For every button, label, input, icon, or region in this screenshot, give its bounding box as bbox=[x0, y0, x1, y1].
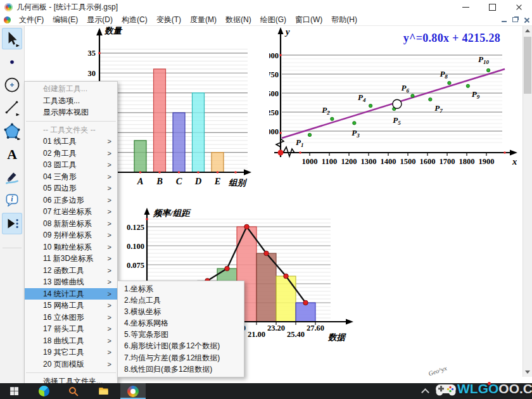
hist-bar-5[interactable] bbox=[276, 276, 296, 322]
stat-submenu-item-6[interactable]: 6.扇形统计图(最多12个数据) bbox=[118, 340, 244, 352]
bar-E[interactable] bbox=[212, 153, 224, 172]
data-point-P6[interactable] bbox=[411, 94, 414, 98]
data-point-P3[interactable] bbox=[353, 122, 356, 125]
restore-button[interactable] bbox=[479, 0, 505, 14]
data-point-P10[interactable] bbox=[486, 68, 490, 72]
polygon-tool[interactable] bbox=[2, 120, 22, 142]
mdi-restore-icon[interactable] bbox=[512, 17, 518, 22]
scroll-up-button[interactable] bbox=[523, 25, 532, 35]
menu-bar: 文件(F)编辑(E)显示(D)构造(C)变换(T)度量(M)数据(N)绘图(G)… bbox=[0, 14, 532, 26]
tool-menu-item-16[interactable]: 11 新3D坐标系> bbox=[25, 253, 117, 265]
menubar-item-6[interactable]: 度量(M) bbox=[186, 14, 221, 25]
scatter-chart: 5000525055005750600010001100120013001400… bbox=[269, 25, 522, 182]
hist-bar-6[interactable] bbox=[296, 303, 315, 322]
tool-menu-item-2[interactable]: 工具选项... bbox=[25, 95, 117, 107]
polygon-vertex-3[interactable] bbox=[244, 224, 250, 229]
point-icon bbox=[4, 54, 20, 70]
data-point-P7[interactable] bbox=[429, 98, 432, 101]
menubar-item-4[interactable]: 构造(C) bbox=[117, 14, 152, 25]
scroll-up-icon bbox=[525, 29, 530, 32]
polygon-vertex-4[interactable] bbox=[264, 251, 269, 256]
tool-menu-item-13[interactable]: 08 新新坐标系> bbox=[25, 218, 117, 230]
menubar-item-3[interactable]: 显示(D) bbox=[82, 14, 117, 25]
chevron-up-icon[interactable] bbox=[421, 388, 429, 396]
tool-menu-item-23[interactable]: 18 曲线工具> bbox=[25, 335, 117, 347]
menu-items: 文件(F)编辑(E)显示(D)构造(C)变换(T)度量(M)数据(N)绘图(G)… bbox=[15, 14, 362, 25]
mdi-close-icon[interactable] bbox=[524, 17, 529, 23]
svg-text:0.125: 0.125 bbox=[127, 223, 144, 232]
point-tool[interactable] bbox=[2, 51, 22, 73]
tool-menu-item-3[interactable]: 显示脚本视图 bbox=[25, 106, 117, 118]
polygon-vertex-6[interactable] bbox=[303, 300, 308, 305]
stat-submenu-item-2[interactable]: 2.绘点工具 bbox=[118, 294, 244, 306]
bar-B[interactable] bbox=[154, 69, 166, 172]
polygon-vertex-2[interactable] bbox=[225, 266, 230, 271]
close-button[interactable] bbox=[505, 0, 532, 14]
text-tool[interactable]: A bbox=[2, 143, 22, 165]
tool-menu-item-15[interactable]: 10 颗粒坐标系> bbox=[25, 241, 117, 253]
mean-point-handle[interactable] bbox=[393, 99, 402, 108]
menubar-item-7[interactable]: 数据(N) bbox=[221, 14, 256, 25]
data-point-P2[interactable] bbox=[331, 117, 334, 120]
scrollbar-thumb[interactable] bbox=[524, 37, 531, 94]
data-point-P9[interactable] bbox=[466, 84, 469, 87]
tool-menu-item-12[interactable]: 07 红岩坐标系> bbox=[25, 206, 117, 218]
stat-submenu-item-5[interactable]: 5.等宽条形图 bbox=[118, 329, 244, 340]
tool-menu-item-25[interactable]: 20 页面模版> bbox=[25, 358, 117, 370]
submenu-arrow-icon: > bbox=[108, 265, 111, 277]
tool-menu-item-24[interactable]: 19 其它工具> bbox=[25, 346, 117, 358]
tool-menu-item-6[interactable]: 01 线工具> bbox=[25, 136, 117, 148]
tool-menu-item-10[interactable]: 05 四边形> bbox=[25, 182, 117, 194]
stat-submenu-item-4[interactable]: 4.坐标系网格 bbox=[118, 317, 244, 329]
tool-menu-item-20[interactable]: 15 网格工具> bbox=[25, 300, 117, 312]
tool-menu-item-21[interactable]: 16 立体图形> bbox=[25, 312, 117, 324]
hist-bar-4[interactable] bbox=[256, 253, 276, 322]
data-point-P1[interactable] bbox=[308, 133, 311, 136]
search-button[interactable] bbox=[61, 383, 86, 399]
compass-tool[interactable] bbox=[2, 74, 22, 96]
data-point-P8[interactable] bbox=[448, 81, 451, 84]
stat-submenu-item-3[interactable]: 3.横纵坐标 bbox=[118, 306, 244, 317]
bar-D[interactable] bbox=[193, 93, 205, 172]
tool-menu-item-14[interactable]: 09 别样坐标系> bbox=[25, 229, 117, 241]
edge-browser-button[interactable] bbox=[31, 383, 56, 399]
mdi-minimize-icon[interactable] bbox=[502, 21, 507, 22]
stat-submenu-item-1[interactable]: 1.坐标系 bbox=[118, 283, 244, 294]
svg-text:27.60: 27.60 bbox=[307, 324, 324, 332]
polygon-vertex-5[interactable] bbox=[284, 274, 289, 279]
information-tool[interactable]: i bbox=[2, 189, 22, 211]
sketchpad-app-button[interactable] bbox=[120, 383, 146, 399]
stat-submenu-item-8[interactable]: 8.线性回归(最多12组数据) bbox=[118, 364, 244, 375]
tool-menu-item-7[interactable]: 02 角工具> bbox=[25, 148, 117, 160]
tool-menu-item-11[interactable]: 06 正多边形> bbox=[25, 194, 117, 206]
svg-text:频率/组距: 频率/组距 bbox=[153, 208, 191, 218]
file-explorer-button[interactable] bbox=[91, 383, 116, 399]
menubar-item-10[interactable]: 帮助(H) bbox=[327, 14, 362, 25]
bar-C[interactable] bbox=[173, 113, 185, 172]
tool-menu-item-8[interactable]: 03 圆工具> bbox=[25, 159, 117, 171]
menubar-item-5[interactable]: 变换(T) bbox=[152, 14, 186, 25]
submenu-arrow-icon: > bbox=[108, 323, 111, 335]
scroll-down-button[interactable] bbox=[523, 367, 532, 377]
start-button[interactable] bbox=[1, 383, 27, 399]
tool-menu-item-22[interactable]: 17 箭头工具> bbox=[25, 323, 117, 335]
minimize-button[interactable] bbox=[452, 0, 479, 14]
vertical-scrollbar[interactable] bbox=[522, 25, 532, 377]
custom-tool[interactable] bbox=[2, 213, 22, 234]
menubar-item-2[interactable]: 编辑(E) bbox=[48, 14, 82, 25]
tool-menu-item-18[interactable]: 13 圆锥曲线> bbox=[25, 276, 117, 288]
menubar-item-9[interactable]: 窗口(W) bbox=[291, 14, 327, 25]
tool-menu-item-17[interactable]: 12 函数工具> bbox=[25, 265, 117, 277]
segment-tool[interactable] bbox=[2, 97, 22, 118]
menubar-item-8[interactable]: 绘图(G) bbox=[256, 14, 291, 25]
selection-arrow-tool[interactable] bbox=[2, 28, 22, 49]
data-point-P4[interactable] bbox=[369, 104, 372, 107]
marker-tool[interactable] bbox=[2, 167, 22, 188]
menubar-item-1[interactable]: 文件(F) bbox=[15, 14, 48, 25]
tool-menu-item-9[interactable]: 04 三角形> bbox=[25, 171, 117, 183]
stat-submenu-item-7[interactable]: 7.均值与方差(最多12组数据) bbox=[118, 352, 244, 364]
svg-text:组别: 组别 bbox=[228, 178, 248, 187]
bar-A[interactable] bbox=[134, 141, 146, 172]
tool-menu-item-19[interactable]: 14 统计工具> bbox=[25, 288, 117, 300]
svg-text:5500: 5500 bbox=[269, 89, 279, 98]
